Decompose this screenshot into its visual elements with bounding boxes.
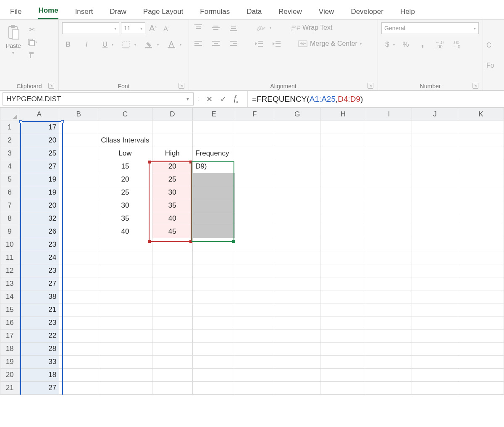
cell-G16[interactable] [274, 316, 320, 329]
cell-J19[interactable] [412, 356, 458, 369]
col-header-J[interactable]: J [412, 108, 458, 121]
cell-E1[interactable] [193, 121, 235, 134]
cell-F21[interactable] [235, 382, 274, 395]
cell-D20[interactable] [152, 369, 193, 382]
cell-C15[interactable] [98, 303, 152, 316]
cell-J11[interactable] [412, 251, 458, 264]
cell-G2[interactable] [274, 134, 320, 147]
cell-E9[interactable] [193, 225, 235, 238]
cell-A8[interactable]: 32 [19, 212, 59, 225]
cell-I1[interactable] [366, 121, 412, 134]
cell-H12[interactable] [320, 264, 366, 277]
borders-button[interactable] [120, 39, 132, 50]
align-center-icon[interactable] [210, 38, 222, 49]
cell-J13[interactable] [412, 277, 458, 290]
col-header-K[interactable]: K [458, 108, 504, 121]
cell-H8[interactable] [320, 212, 366, 225]
cell-I19[interactable] [366, 356, 412, 369]
cell-J9[interactable] [412, 225, 458, 238]
cell-J20[interactable] [412, 369, 458, 382]
cell-G5[interactable] [274, 173, 320, 186]
name-box[interactable]: HYPGEOM.DIST ▼ [3, 92, 194, 105]
cell-H2[interactable] [320, 134, 366, 147]
cell-C7[interactable]: 30 [98, 199, 152, 212]
bold-button[interactable]: B [62, 39, 74, 50]
cell-J4[interactable] [412, 160, 458, 173]
cell-J21[interactable] [412, 382, 458, 395]
cell-B19[interactable] [59, 356, 98, 369]
cell-F13[interactable] [235, 277, 274, 290]
underline-button[interactable]: U [99, 39, 111, 50]
cell-A17[interactable]: 22 [19, 329, 59, 343]
cell-K14[interactable] [458, 290, 504, 303]
cell-H1[interactable] [320, 121, 366, 134]
insert-function-button[interactable]: fx [234, 94, 242, 104]
cell-I15[interactable] [366, 303, 412, 316]
cell-J6[interactable] [412, 186, 458, 199]
format-table-clipped[interactable]: Fo [486, 62, 494, 69]
cell-E19[interactable] [193, 356, 235, 369]
cell-J17[interactable] [412, 329, 458, 343]
cell-D2[interactable] [152, 134, 193, 147]
cell-B11[interactable] [59, 251, 98, 264]
cell-A1[interactable]: 17 [19, 121, 59, 134]
accounting-format-button[interactable]: $ [381, 39, 393, 50]
cell-G10[interactable] [274, 238, 320, 251]
cell-I10[interactable] [366, 238, 412, 251]
cell-E2[interactable] [193, 134, 235, 147]
cell-G18[interactable] [274, 343, 320, 356]
cell-I4[interactable] [366, 160, 412, 173]
cell-F15[interactable] [235, 303, 274, 316]
tab-help[interactable]: Help [400, 8, 415, 19]
cell-B20[interactable] [59, 369, 98, 382]
row-header-16[interactable]: 16 [0, 316, 19, 329]
cell-G6[interactable] [274, 186, 320, 199]
cell-G1[interactable] [274, 121, 320, 134]
tab-view[interactable]: View [319, 8, 334, 19]
cell-G4[interactable] [274, 160, 320, 173]
cell-G20[interactable] [274, 369, 320, 382]
row-header-4[interactable]: 4 [0, 160, 19, 173]
merge-center-button[interactable]: Merge & Center ▾ [298, 40, 362, 47]
cell-B1[interactable] [59, 121, 98, 134]
cell-B3[interactable] [59, 147, 98, 160]
cell-J18[interactable] [412, 343, 458, 356]
select-all-corner[interactable] [0, 108, 19, 121]
cell-A11[interactable]: 24 [19, 251, 59, 264]
row-header-17[interactable]: 17 [0, 329, 19, 343]
cell-F6[interactable] [235, 186, 274, 199]
cell-E11[interactable] [193, 251, 235, 264]
cell-K12[interactable] [458, 264, 504, 277]
cell-F8[interactable] [235, 212, 274, 225]
cell-A21[interactable]: 27 [19, 382, 59, 395]
cell-E16[interactable] [193, 316, 235, 329]
spreadsheet-grid[interactable]: ABCDEFGHIJK117220Cllass Intervals325LowH… [0, 108, 504, 395]
formula-bar-grip[interactable]: ⋮ [195, 91, 201, 107]
row-header-8[interactable]: 8 [0, 212, 19, 225]
col-header-D[interactable]: D [152, 108, 193, 121]
cell-I17[interactable] [366, 329, 412, 343]
cell-A14[interactable]: 38 [19, 290, 59, 303]
cell-C21[interactable] [98, 382, 152, 395]
cell-J1[interactable] [412, 121, 458, 134]
cell-D16[interactable] [152, 316, 193, 329]
cell-G17[interactable] [274, 329, 320, 343]
cell-F2[interactable] [235, 134, 274, 147]
cell-H18[interactable] [320, 343, 366, 356]
cell-D15[interactable] [152, 303, 193, 316]
tab-formulas[interactable]: Formulas [200, 8, 230, 19]
cell-A18[interactable]: 28 [19, 343, 59, 356]
comma-format-button[interactable]: , [417, 39, 428, 50]
cell-E14[interactable] [193, 290, 235, 303]
cell-H13[interactable] [320, 277, 366, 290]
align-bottom-icon[interactable] [228, 22, 239, 33]
cell-A16[interactable]: 23 [19, 316, 59, 329]
paste-button[interactable]: Paste ▾ [3, 22, 24, 57]
cell-J3[interactable] [412, 147, 458, 160]
row-header-10[interactable]: 10 [0, 238, 19, 251]
cell-G12[interactable] [274, 264, 320, 277]
cell-I14[interactable] [366, 290, 412, 303]
cell-G13[interactable] [274, 277, 320, 290]
cell-C19[interactable] [98, 356, 152, 369]
align-left-icon[interactable] [192, 38, 204, 49]
